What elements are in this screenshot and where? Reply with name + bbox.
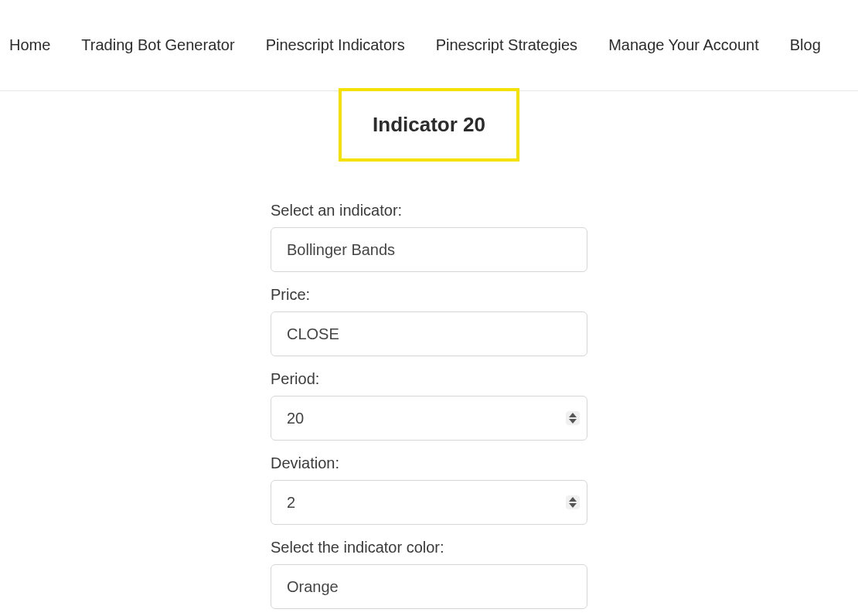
nav-pinescript-strategies[interactable]: Pinescript Strategies: [436, 36, 577, 54]
period-spinner: [566, 411, 580, 425]
indicator-select-group: Select an indicator: Bollinger Bands: [271, 202, 587, 272]
indicator-select-label: Select an indicator:: [271, 202, 587, 220]
nav-blog[interactable]: Blog: [790, 36, 821, 54]
price-select-label: Price:: [271, 286, 587, 304]
main-content: Indicator 20 Select an indicator: Bollin…: [0, 91, 858, 616]
deviation-input-label: Deviation:: [271, 454, 587, 472]
deviation-input-group: Deviation:: [271, 454, 587, 525]
indicator-form: Select an indicator: Bollinger Bands Pri…: [271, 202, 587, 616]
price-select-group: Price: CLOSE: [271, 286, 587, 356]
period-input-label: Period:: [271, 370, 587, 388]
color-select-label: Select the indicator color:: [271, 539, 587, 556]
nav-home[interactable]: Home: [9, 36, 50, 54]
indicator-title: Indicator 20: [373, 113, 485, 137]
price-select[interactable]: CLOSE: [271, 311, 587, 356]
deviation-input[interactable]: [271, 480, 587, 525]
period-spinner-up-icon[interactable]: [569, 413, 577, 417]
deviation-spinner-up-icon[interactable]: [569, 497, 577, 502]
color-select-group: Select the indicator color: Orange: [271, 539, 587, 609]
indicator-select[interactable]: Bollinger Bands: [271, 227, 587, 272]
period-spinner-down-icon[interactable]: [569, 419, 577, 424]
period-number-wrapper: [271, 396, 587, 441]
nav-pinescript-indicators[interactable]: Pinescript Indicators: [266, 36, 405, 54]
deviation-spinner-down-icon[interactable]: [569, 503, 577, 508]
color-select[interactable]: Orange: [271, 564, 587, 609]
nav-trading-bot-generator[interactable]: Trading Bot Generator: [81, 36, 234, 54]
period-input-group: Period:: [271, 370, 587, 441]
nav-manage-account[interactable]: Manage Your Account: [608, 36, 759, 54]
indicator-title-box: Indicator 20: [339, 88, 519, 162]
deviation-number-wrapper: [271, 480, 587, 525]
period-input[interactable]: [271, 396, 587, 441]
deviation-spinner: [566, 495, 580, 509]
top-navbar: Home Trading Bot Generator Pinescript In…: [0, 0, 858, 91]
